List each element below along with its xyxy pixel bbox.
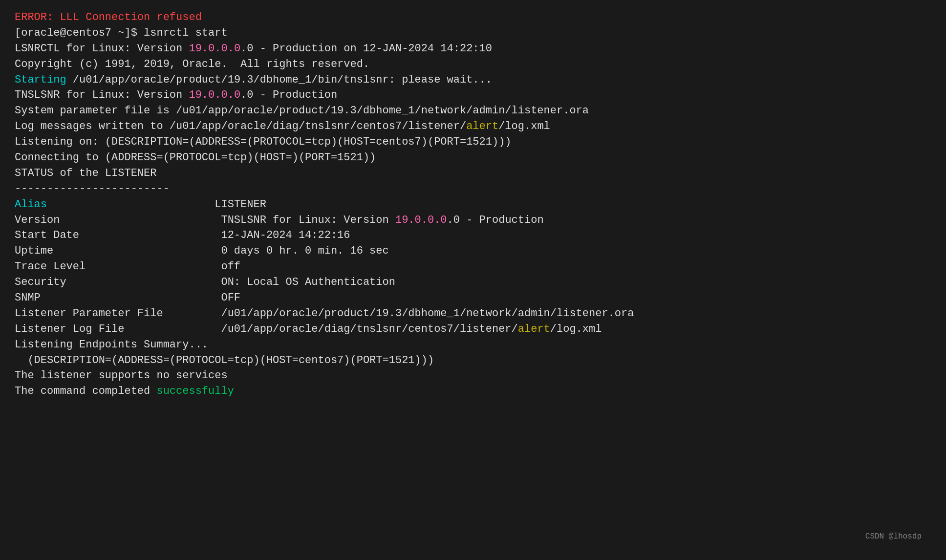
terminal-line-security: Security ON: Local OS Authentication — [15, 275, 931, 290]
terminal-text: Starting — [15, 74, 66, 86]
terminal-text: Start Date 12-JAN-2024 14:22:16 — [15, 229, 350, 241]
terminal-text: .0 - Production — [240, 89, 337, 101]
terminal-text: LISTENER — [47, 198, 266, 211]
terminal-text: /log.xml — [498, 120, 550, 132]
terminal-text: System parameter file is /u01/app/oracle… — [15, 105, 589, 117]
terminal-text: 19.0.0.0 — [189, 43, 240, 55]
terminal-line-copyright: Copyright (c) 1991, 2019, Oracle. All ri… — [15, 57, 931, 72]
terminal-text: Security ON: Local OS Authentication — [15, 276, 395, 288]
terminal-text: The listener supports no services — [15, 369, 228, 382]
terminal-text: Copyright (c) 1991, 2019, Oracle. All ri… — [15, 58, 369, 70]
terminal-line-separator: ------------------------ — [15, 181, 931, 197]
terminal-text: /u01/app/oracle/product/19.3/dbhome_1/bi… — [66, 74, 492, 86]
terminal-line-error-line: ERROR: LLL Connection refused — [15, 10, 931, 25]
terminal-text: Alias — [15, 198, 47, 211]
terminal-text: 19.0.0.0 — [189, 89, 240, 101]
terminal-text: Listening Endpoints Summary... — [15, 339, 208, 351]
terminal-text: alert — [466, 120, 498, 132]
terminal-line-connecting-to: Connecting to (ADDRESS=(PROTOCOL=tcp)(HO… — [15, 150, 931, 166]
terminal-text: Connection refused — [86, 11, 202, 23]
terminal-text: 19.0.0.0 — [395, 214, 447, 226]
terminal-text: Connecting to (ADDRESS=(PROTOCOL=tcp)(HO… — [15, 151, 376, 164]
terminal-text: ------------------------ — [15, 183, 170, 195]
terminal-text: Listener Parameter File /u01/app/oracle/… — [15, 307, 634, 320]
terminal-text: Listening on: (DESCRIPTION=(ADDRESS=(PRO… — [15, 136, 512, 148]
terminal-line-snmp: SNMP OFF — [15, 290, 931, 306]
terminal-line-version: Version TNSLSNR for Linux: Version 19.0.… — [15, 213, 931, 228]
terminal-text: STATUS of the LISTENER — [15, 167, 156, 179]
terminal-line-listener-log-file: Listener Log File /u01/app/oracle/diag/t… — [15, 322, 931, 337]
terminal: ERROR: LLL Connection refused[oracle@cen… — [15, 10, 931, 547]
terminal-line-starting: Starting /u01/app/oracle/product/19.3/db… — [15, 72, 931, 88]
terminal-text: successfully — [156, 385, 234, 397]
terminal-text: alert — [518, 323, 550, 335]
terminal-text: .0 - Production on 12-JAN-2024 14:22:10 — [240, 43, 492, 55]
terminal-line-tnslsnr-version: TNSLSNR for Linux: Version 19.0.0.0.0 - … — [15, 87, 931, 103]
terminal-line-log-messages: Log messages written to /u01/app/oracle/… — [15, 119, 931, 134]
terminal-line-start-date: Start Date 12-JAN-2024 14:22:16 — [15, 228, 931, 243]
watermark: CSDN @lhosdp — [865, 531, 922, 542]
terminal-text: ERROR: LLL — [15, 11, 86, 23]
terminal-text: .0 - Production — [447, 214, 544, 226]
terminal-line-status-listener: STATUS of the LISTENER — [15, 166, 931, 181]
terminal-line-completed: The command completed successfully — [15, 384, 931, 399]
terminal-text: Trace Level off — [15, 260, 240, 273]
terminal-text: Log messages written to /u01/app/oracle/… — [15, 120, 466, 132]
terminal-line-sys-param: System parameter file is /u01/app/oracle… — [15, 103, 931, 119]
terminal-text: Uptime 0 days 0 hr. 0 min. 16 sec — [15, 245, 389, 257]
terminal-text: /log.xml — [550, 323, 602, 335]
terminal-line-uptime: Uptime 0 days 0 hr. 0 min. 16 sec — [15, 243, 931, 259]
terminal-text: Listener Log File /u01/app/oracle/diag/t… — [15, 323, 518, 335]
terminal-line-trace-level: Trace Level off — [15, 259, 931, 275]
terminal-line-endpoint-detail: (DESCRIPTION=(ADDRESS=(PROTOCOL=tcp)(HOS… — [15, 353, 931, 368]
terminal-line-alias: Alias LISTENER — [15, 197, 931, 213]
terminal-text: SNMP OFF — [15, 292, 240, 304]
terminal-line-lsnrctl-version: LSNRCTL for Linux: Version 19.0.0.0.0 - … — [15, 41, 931, 57]
terminal-line-listening-on: Listening on: (DESCRIPTION=(ADDRESS=(PRO… — [15, 134, 931, 150]
terminal-text: TNSLSNR for Linux: Version — [15, 89, 189, 101]
terminal-line-command-line: [oracle@centos7 ~]$ lsnrctl start — [15, 25, 931, 41]
terminal-line-no-services: The listener supports no services — [15, 368, 931, 384]
terminal-line-listener-param-file: Listener Parameter File /u01/app/oracle/… — [15, 306, 931, 322]
terminal-text: [oracle@centos7 ~]$ lsnrctl start — [15, 27, 228, 39]
terminal-text: Version TNSLSNR for Linux: Version — [15, 214, 395, 226]
terminal-text: The command completed — [15, 385, 156, 397]
terminal-text: (DESCRIPTION=(ADDRESS=(PROTOCOL=tcp)(HOS… — [15, 354, 434, 366]
terminal-text: LSNRCTL for Linux: Version — [15, 43, 189, 55]
terminal-line-listening-endpoints: Listening Endpoints Summary... — [15, 337, 931, 353]
